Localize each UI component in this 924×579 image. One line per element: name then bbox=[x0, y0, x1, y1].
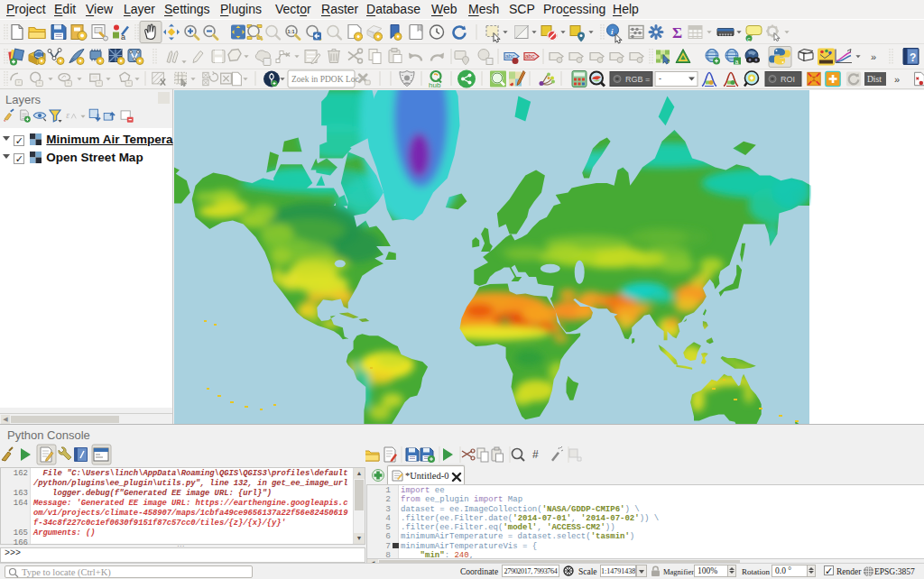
svg-text:a: a bbox=[735, 59, 739, 65]
svg-text:»: » bbox=[894, 74, 900, 85]
svg-text:Zoek in PDOK Loc⋯: Zoek in PDOK Loc⋯ bbox=[291, 75, 367, 84]
svg-text:»: » bbox=[871, 51, 876, 62]
svg-text:abc: abc bbox=[525, 53, 535, 60]
svg-text:c: c bbox=[747, 36, 751, 42]
svg-text:ROI: ROI bbox=[781, 75, 795, 84]
svg-text:Dist: Dist bbox=[867, 75, 882, 84]
svg-text:-: - bbox=[659, 74, 661, 83]
svg-text:?: ? bbox=[910, 51, 916, 64]
svg-text:#: # bbox=[532, 448, 539, 461]
svg-text:Σ: Σ bbox=[672, 24, 682, 41]
svg-text:RGB =: RGB = bbox=[625, 75, 650, 84]
svg-text:ε: ε bbox=[66, 111, 69, 120]
svg-text:hub: hub bbox=[429, 81, 441, 89]
svg-text:1:1: 1:1 bbox=[288, 29, 295, 34]
svg-text:a: a bbox=[121, 32, 125, 41]
